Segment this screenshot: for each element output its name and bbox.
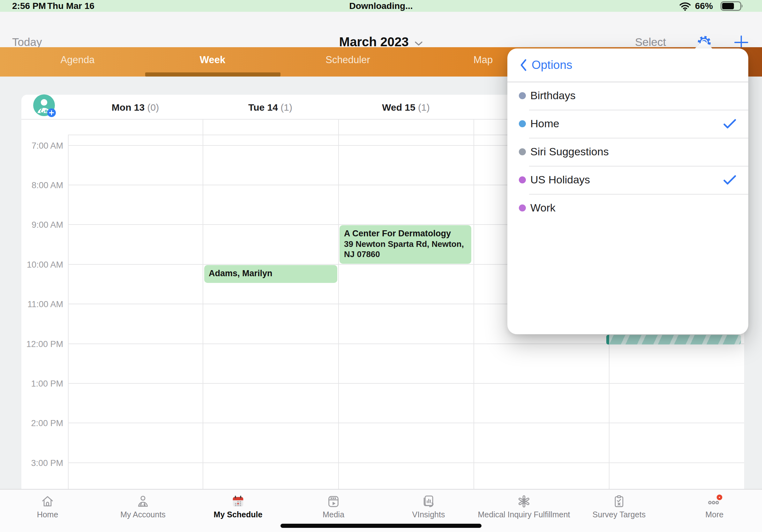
my-accounts-icon — [136, 494, 150, 509]
nav-bar: Today March 2023 Select — [0, 12, 762, 47]
home-icon — [40, 494, 55, 509]
event-title: Adams, Marilyn — [209, 268, 336, 279]
calendar-color-dot — [519, 92, 526, 99]
wifi-icon — [679, 2, 691, 11]
day-count: (1) — [418, 102, 430, 112]
time-label: 3:00 PM — [19, 459, 63, 468]
checkmark-icon — [723, 119, 736, 129]
time-label: 2:00 PM — [19, 419, 63, 428]
popover-title: Options — [532, 58, 572, 72]
more-icon — [706, 494, 723, 509]
tab-agenda[interactable]: Agenda — [30, 54, 125, 66]
option-label: Home — [530, 117, 559, 130]
my-schedule-icon — [231, 494, 245, 509]
chevron-down-icon — [415, 41, 423, 46]
event-title: A Center For Dermatology — [344, 229, 469, 239]
option-label: Work — [530, 202, 556, 214]
grid-line — [68, 135, 69, 489]
today-button[interactable]: Today — [12, 36, 42, 48]
time-label: 1:00 PM — [19, 379, 63, 388]
tab-week[interactable]: Week — [165, 54, 261, 66]
grid-line — [474, 119, 474, 489]
time-label: 12:00 PM — [19, 340, 63, 349]
calendar-option-home[interactable]: Home — [507, 110, 748, 138]
calendar-option-siri-suggestions[interactable]: Siri Suggestions — [507, 138, 748, 166]
day-count: (0) — [147, 102, 159, 112]
bottomnav-label: VInsights — [412, 510, 445, 519]
grid-line — [68, 423, 744, 423]
calendar-color-dot — [519, 148, 526, 155]
event-address: 39 Newton Sparta Rd, Newton, NJ 07860 — [344, 239, 469, 259]
calendar-option-birthdays[interactable]: Birthdays — [507, 82, 748, 110]
time-label: 9:00 AM — [19, 220, 63, 229]
bottomnav-home[interactable]: Home — [0, 491, 95, 529]
status-activity: Downloading... — [0, 1, 762, 11]
popover-back-button[interactable]: Options — [519, 58, 572, 72]
grid-line — [338, 119, 339, 489]
day-label: Wed 15 — [382, 102, 416, 112]
medical-inquiry-icon — [517, 494, 531, 509]
select-button[interactable]: Select — [635, 36, 666, 48]
checkmark-icon — [723, 175, 736, 186]
event-dermatology[interactable]: A Center For Dermatology 39 Newton Spart… — [340, 225, 471, 264]
day-header-wed[interactable]: Wed 15 (1) — [342, 101, 470, 113]
bottomnav-media[interactable]: Media — [286, 491, 381, 529]
option-label: Siri Suggestions — [530, 146, 609, 158]
day-count: (1) — [280, 102, 292, 112]
bottomnav-label: Survey Targets — [592, 510, 646, 519]
bottomnav-label: My Accounts — [120, 510, 166, 519]
grid-line — [68, 383, 744, 384]
day-label: Mon 13 — [112, 102, 145, 112]
bottomnav-my-schedule[interactable]: My Schedule — [190, 491, 286, 529]
bottomnav-label: Medical Inquiry Fulfillment — [478, 510, 570, 519]
bottomnav-label: Home — [37, 510, 58, 519]
home-indicator[interactable] — [280, 524, 482, 528]
calendar-color-dot — [519, 176, 526, 183]
media-icon — [326, 494, 341, 509]
bottomnav-label: My Schedule — [214, 510, 263, 519]
bottomnav-label: More — [706, 510, 724, 519]
chevron-left-icon — [519, 59, 527, 71]
avatar[interactable] — [33, 95, 55, 116]
day-header-tue[interactable]: Tue 14 (1) — [206, 101, 334, 113]
bottomnav-vinsights[interactable]: VInsights — [381, 491, 476, 529]
time-label: 8:00 AM — [19, 181, 63, 190]
active-tab-underline — [145, 72, 280, 77]
bottomnav-medical-inquiry-fulfillment[interactable]: Medical Inquiry Fulfillment — [476, 491, 572, 529]
bottomnav-my-accounts[interactable]: My Accounts — [95, 491, 190, 529]
calendar-option-us-holidays[interactable]: US Holidays — [507, 166, 748, 194]
battery-percent: 66% — [695, 1, 713, 11]
day-label: Tue 14 — [248, 102, 278, 112]
bottomnav-label: Media — [323, 510, 344, 519]
event-adams-marilyn[interactable]: Adams, Marilyn — [204, 265, 337, 283]
time-label: 10:00 AM — [19, 260, 63, 269]
tab-scheduler[interactable]: Scheduler — [300, 54, 396, 66]
month-title: March 2023 — [339, 35, 409, 49]
option-label: US Holidays — [530, 173, 590, 186]
calendar-option-work[interactable]: Work — [507, 194, 748, 222]
add-attendee-badge-icon — [47, 108, 56, 117]
event-block-striped[interactable] — [606, 335, 741, 345]
option-label: Birthdays — [530, 89, 575, 102]
status-bar: 2:56 PM Thu Mar 16 Downloading... 66% — [0, 0, 762, 12]
bottomnav-survey-targets[interactable]: Survey Targets — [572, 491, 667, 529]
time-label: 11:00 AM — [19, 300, 63, 309]
vinsights-icon — [421, 494, 436, 509]
time-label: 7:00 AM — [19, 141, 63, 150]
bottomnav-more[interactable]: More — [667, 491, 762, 529]
survey-targets-icon — [612, 494, 626, 509]
grid-line — [203, 119, 203, 489]
grid-line — [68, 462, 744, 463]
app-screen: 2:56 PM Thu Mar 16 Downloading... 66% To… — [0, 0, 762, 532]
day-header-mon[interactable]: Mon 13 (0) — [71, 101, 199, 113]
calendar-color-dot — [519, 204, 526, 212]
calendar-color-dot — [519, 120, 526, 127]
battery-icon — [721, 1, 744, 11]
